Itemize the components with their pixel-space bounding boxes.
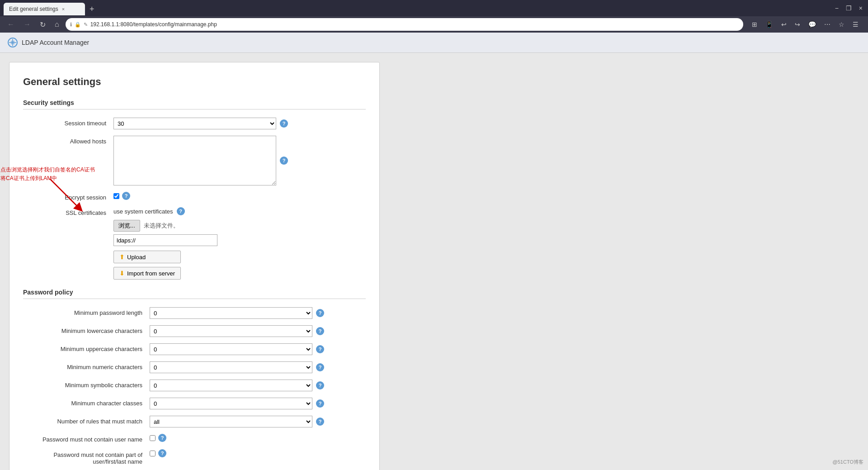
session-timeout-help[interactable]: ? xyxy=(280,119,288,128)
minimize-btn[interactable]: − xyxy=(833,4,840,13)
browser-tab[interactable]: Edit general settings × xyxy=(4,3,85,15)
no-username-checkbox[interactable] xyxy=(150,435,156,441)
redo-icon[interactable]: ↪ xyxy=(793,19,802,29)
rules-match-help[interactable]: ? xyxy=(316,418,324,426)
min-numeric-help[interactable]: ? xyxy=(316,363,324,371)
min-length-help[interactable]: ? xyxy=(316,309,324,317)
min-numeric-row: Minimum numeric characters 0 ? xyxy=(23,361,366,373)
session-timeout-row: Session timeout 30 ? xyxy=(23,118,366,129)
min-uppercase-field: 0 ? xyxy=(150,343,366,355)
no-username-label: Password must not contain user name xyxy=(23,434,150,443)
ldap-url-input[interactable] xyxy=(113,234,217,246)
logo-icon xyxy=(7,37,18,48)
session-timeout-select[interactable]: 30 xyxy=(113,118,276,129)
back-btn[interactable]: ← xyxy=(5,19,17,30)
min-symbolic-help[interactable]: ? xyxy=(316,381,324,389)
encrypt-checkbox-row: ? xyxy=(113,192,130,200)
tab-close-btn[interactable]: × xyxy=(62,6,65,12)
min-classes-label: Minimum character classes xyxy=(23,398,150,407)
allowed-hosts-label: Allowed hosts xyxy=(23,136,113,145)
ssl-cert-value: use system certificates xyxy=(113,208,173,215)
window-controls: − ❐ × xyxy=(833,4,864,13)
min-symbolic-field: 0 ? xyxy=(150,380,366,391)
min-classes-field: 0 ? xyxy=(150,398,366,409)
min-length-select[interactable]: 0 xyxy=(150,307,312,319)
lock-icon: 🔒 xyxy=(75,22,81,28)
browse-button[interactable]: 浏览... xyxy=(113,220,140,232)
rules-match-row: Number of rules that must match all ? xyxy=(23,416,366,427)
url-text: 192.168.1.1:8080/templates/config/mainma… xyxy=(90,21,739,28)
undo-icon[interactable]: ↩ xyxy=(779,19,789,29)
min-uppercase-label: Minimum uppercase characters xyxy=(23,343,150,352)
allowed-hosts-help[interactable]: ? xyxy=(280,157,288,165)
container-icon[interactable]: ⊞ xyxy=(750,19,760,29)
file-name-text: 未选择文件。 xyxy=(144,222,179,230)
home-btn[interactable]: ⌂ xyxy=(52,19,62,30)
no-username-help[interactable]: ? xyxy=(158,434,166,442)
content-card: General settings Security settings Sessi… xyxy=(9,62,380,470)
chat-icon[interactable]: 💬 xyxy=(806,19,818,29)
no-partname-row: Password must not contain part of user/f… xyxy=(23,449,366,465)
ssl-cert-help[interactable]: ? xyxy=(177,207,185,215)
forward-btn[interactable]: → xyxy=(21,19,33,30)
encrypt-session-field: ? xyxy=(113,192,366,200)
allowed-hosts-textarea[interactable] xyxy=(113,136,276,185)
app-logo: LDAP Account Manager xyxy=(7,37,89,48)
min-uppercase-row: Minimum uppercase characters 0 ? xyxy=(23,343,366,355)
close-btn[interactable]: × xyxy=(857,4,864,13)
min-uppercase-help[interactable]: ? xyxy=(316,345,324,353)
session-timeout-label: Session timeout xyxy=(23,118,113,127)
min-classes-select[interactable]: 0 xyxy=(150,398,312,409)
responsive-icon[interactable]: 📱 xyxy=(763,19,775,29)
maximize-btn[interactable]: ❐ xyxy=(844,4,854,13)
info-icon: ℹ xyxy=(70,22,72,28)
encrypt-session-checkbox[interactable] xyxy=(113,193,119,199)
no-partname-label: Password must not contain part of user/f… xyxy=(23,449,150,465)
annotation-block: 点击浏览选择刚才我们自签名的CA证书 将CA证书上传到LAM中 xyxy=(0,166,95,183)
encrypt-session-help[interactable]: ? xyxy=(122,192,130,200)
security-section-header: Security settings xyxy=(23,99,366,109)
page-title: General settings xyxy=(23,76,366,88)
password-section: Password policy Minimum password length … xyxy=(23,289,366,470)
reload-btn[interactable]: ↻ xyxy=(37,19,48,31)
main-area: General settings Security settings Sessi… xyxy=(0,53,868,470)
new-tab-btn[interactable]: + xyxy=(87,5,97,14)
session-timeout-field: 30 ? xyxy=(113,118,366,129)
min-lowercase-help[interactable]: ? xyxy=(316,327,324,335)
min-numeric-select[interactable]: 0 xyxy=(150,361,312,373)
no-username-checkbox-row: ? xyxy=(150,434,166,442)
app-title: LDAP Account Manager xyxy=(22,39,89,46)
no-partname-checkbox[interactable] xyxy=(150,451,156,456)
edit-icon: ✎ xyxy=(84,22,88,28)
no-partname-help[interactable]: ? xyxy=(158,449,166,457)
min-classes-help[interactable]: ? xyxy=(316,399,324,408)
app-header: LDAP Account Manager xyxy=(0,33,868,53)
upload-button[interactable]: ⬆ Upload xyxy=(113,251,181,263)
min-symbolic-row: Minimum symbolic characters 0 ? xyxy=(23,380,366,391)
min-lowercase-select[interactable]: 0 xyxy=(150,325,312,337)
min-lowercase-row: Minimum lowercase characters 0 ? xyxy=(23,325,366,337)
min-length-field: 0 ? xyxy=(150,307,366,319)
menu-icon[interactable]: ☰ xyxy=(850,19,861,29)
more-icon[interactable]: ⋯ xyxy=(822,19,833,29)
ssl-cert-field: use system certificates ? 点击浏览选择刚才我们自签名的… xyxy=(113,207,366,280)
rules-match-select[interactable]: all xyxy=(150,416,312,427)
import-from-server-button[interactable]: ⬇ Import from server xyxy=(113,267,181,280)
rules-match-label: Number of rules that must match xyxy=(23,416,150,425)
import-icon: ⬇ xyxy=(119,270,125,277)
svg-line-2 xyxy=(50,179,80,209)
no-partname-checkbox-row: ? xyxy=(150,449,166,457)
min-symbolic-select[interactable]: 0 xyxy=(150,380,312,391)
no-username-field: ? xyxy=(150,434,366,442)
star-icon[interactable]: ☆ xyxy=(836,19,847,29)
address-bar[interactable]: ℹ 🔒 ✎ 192.168.1.1:8080/templates/config/… xyxy=(66,18,743,31)
annotation-arrow xyxy=(46,175,86,215)
min-lowercase-label: Minimum lowercase characters xyxy=(23,325,150,334)
allowed-hosts-field: ? xyxy=(113,136,366,185)
min-uppercase-select[interactable]: 0 xyxy=(150,343,312,355)
upload-btn-label: Upload xyxy=(127,254,146,261)
min-length-label: Minimum password length xyxy=(23,307,150,316)
min-numeric-label: Minimum numeric characters xyxy=(23,361,150,370)
url-value: 192.168.1.1:8080/templates/config/mainma… xyxy=(90,21,217,28)
watermark: @51CTO博客 xyxy=(833,459,863,465)
